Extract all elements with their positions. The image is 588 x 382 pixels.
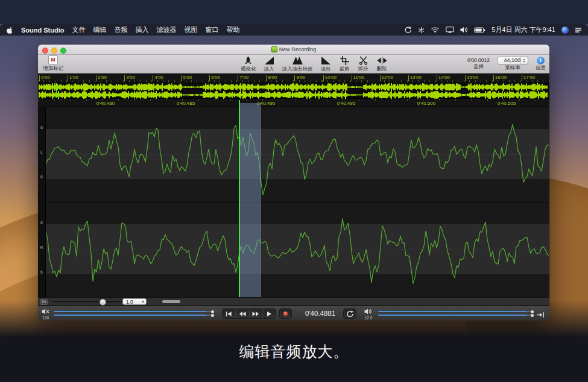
loop-button[interactable] [343,308,356,319]
siri-icon[interactable] [561,27,569,34]
zoomed-ruler-tick: 0'40.500 [417,101,435,106]
muted-speaker-icon[interactable] [41,308,51,315]
db-label: 6 [38,175,45,179]
window-title: New Recording [271,46,317,52]
apple-menu-icon[interactable] [6,26,13,34]
crop-icon [339,55,350,65]
fast-forward-button[interactable] [250,309,263,318]
info-label: 信息 [536,64,546,72]
right-volume-slider-a[interactable] [378,311,533,312]
split-icon [358,55,369,65]
sample-rate-control: 44,100 ▲▼ 采样率 [497,57,528,72]
waveform-editor: 6 L 6 6 R 6 [38,107,549,297]
record-button[interactable] [279,308,292,319]
play-button[interactable] [263,309,276,318]
left-volume-slider-a[interactable] [54,311,213,312]
speaker-icon[interactable] [364,308,373,315]
fade-in-icon [264,55,275,65]
sample-rate-label: 采样率 [497,64,528,72]
info-button[interactable]: i [537,57,545,64]
scale-chip[interactable]: 1x [40,299,48,305]
horizontal-scrollbar[interactable] [162,300,180,303]
zoomed-ruler-tick: 0'40.480 [96,101,115,106]
timeline-tick: 2'00 [98,75,107,80]
screen-mirroring-icon[interactable] [446,26,454,34]
tool-fade-out[interactable]: 淡出 [317,55,335,74]
tool-split[interactable]: 拆分 [354,55,373,74]
right-channel[interactable] [46,202,549,297]
timeline-ruler[interactable]: 0'001'002'003'004'005'006'007'008'009'00… [38,74,549,83]
window-titlebar[interactable]: New Recording [38,45,549,55]
overview-playhead[interactable] [56,83,57,98]
close-button[interactable] [42,48,48,54]
zoom-slider-thumb[interactable] [100,299,106,305]
timeline-tick: 8'00 [268,75,277,80]
tool-fade-in-out-effect[interactable]: 淡入淡出特效 [279,55,317,74]
top-margin [0,0,588,24]
left-channel[interactable] [46,107,549,202]
wifi-icon[interactable] [431,26,440,34]
timeline-tick: 17'00 [523,75,535,80]
zoom-level-dropdown[interactable]: 1.0▼ [122,298,147,305]
menu-item[interactable]: 视图 [184,25,197,34]
info-control: i 信息 [536,57,546,72]
channel-gutter: 6 L 6 6 R 6 [38,107,46,297]
go-to-end-icon[interactable] [536,310,545,321]
notification-center-icon[interactable] [575,26,582,34]
rewind-button[interactable] [236,309,249,318]
playhead[interactable] [239,100,240,297]
go-to-start-button[interactable] [223,309,236,318]
left-channel-label: L [38,150,45,154]
overview-waveform[interactable] [38,83,549,99]
zoomed-ruler-tick: 0'40.505 [498,101,516,106]
app-menu-title[interactable]: Sound Studio [21,27,64,34]
timeline-tick: 5'00 [183,75,192,80]
zoom-slider[interactable] [52,301,131,302]
transport-buttons [222,308,276,319]
menu-item[interactable]: 窗口 [205,25,218,34]
tool-delete[interactable]: 删除 [373,55,391,74]
menubar-clock[interactable]: 5月4日 周六 下午9:41 [492,25,555,34]
caption-text: 编辑音频放大。 [0,342,588,362]
menu-item[interactable]: 音频 [114,25,127,34]
waveform-canvas[interactable] [46,107,549,297]
minimize-button[interactable] [51,48,57,54]
timeline-tick: 3'00 [126,75,135,80]
left-volume-slider-b[interactable] [54,315,213,316]
tool-normalize[interactable]: 规格化 [237,55,260,74]
timeline-tick: 9'00 [296,75,305,80]
menu-item[interactable]: 滤波器 [156,25,176,34]
timeline-tick: 1'00 [69,75,78,80]
zoomed-ruler-tick: 0'40.495 [337,101,355,106]
zoomed-ruler[interactable]: 0'40.4800'40.4850'40.4900'40.4950'40.500… [38,99,549,107]
selection-region[interactable] [239,103,261,297]
add-marker-icon: M [48,55,58,64]
zoomed-ruler-tick: 0'40.485 [177,101,195,106]
record-icon [283,312,288,316]
tutorial-slide: Sound Studio 文件编辑音频插入滤波器视图窗口帮助 5月4日 周六 下 [0,0,588,382]
timeline-tick: 14'00 [438,75,450,80]
menu-item[interactable]: 帮助 [226,25,239,34]
add-marker-button[interactable]: M 增加标记 [43,55,63,72]
sync-icon[interactable] [404,26,412,34]
left-volume-value: 100 [39,316,52,320]
left-channel-waveform [46,107,549,202]
fan-icon[interactable] [418,26,425,34]
right-volume-slider-b[interactable] [378,315,533,316]
volume-icon[interactable] [460,26,468,34]
selection-readout: 0'00.0012 选择 [467,58,490,70]
tool-fade-in[interactable]: 淡入 [260,55,279,74]
sample-rate-dropdown[interactable]: 44,100 ▲▼ [497,57,528,64]
timeline-tick: 16'00 [495,75,507,80]
fade-in-out-effect-icon [292,55,303,65]
sound-studio-window: New Recording M 增加标记 规格化淡入淡入淡出特效淡出裁剪拆分删除… [38,45,549,321]
menu-item[interactable]: 插入 [135,25,148,34]
battery-icon [474,26,485,34]
menu-item[interactable]: 编辑 [93,25,106,34]
timeline-tick: 12'00 [382,75,393,80]
tool-buttons: 规格化淡入淡入淡出特效淡出裁剪拆分删除 [237,55,391,73]
time-display: 0'40.4881 [296,306,344,321]
tool-crop[interactable]: 裁剪 [335,55,354,74]
zoom-button[interactable] [60,48,66,54]
menu-item[interactable]: 文件 [72,25,85,34]
